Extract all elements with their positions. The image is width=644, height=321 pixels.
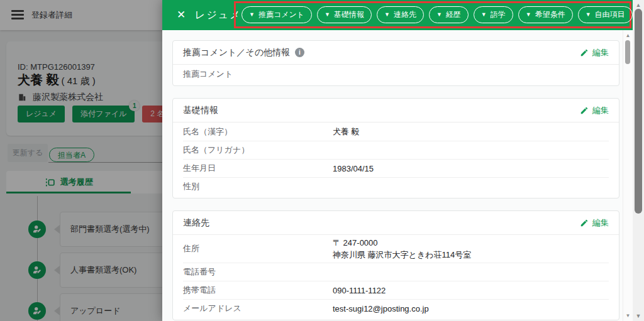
nav-button-free-items[interactable]: ▼自由項目: [578, 6, 633, 23]
edit-pencil-icon: [580, 48, 589, 57]
section-title-wrap: 連絡先: [183, 217, 209, 229]
section-row: 氏名（漢字）犬養 毅: [183, 122, 609, 141]
annotation-highlight-box: ▼推薦コメント▼基礎情報▼連絡先▼経歴▼語学▼希望条件▼自由項目▼その他: [234, 1, 631, 28]
resume-modal: ✕ レジュメ ▼推薦コメント▼基礎情報▼連絡先▼経歴▼語学▼希望条件▼自由項目▼…: [162, 0, 633, 321]
section-title-wrap: 基礎情報: [183, 105, 218, 116]
section-row: 推薦コメント: [183, 65, 609, 83]
window-scrollbar-thumb[interactable]: [635, 9, 642, 214]
nav-button-language[interactable]: ▼語学: [474, 6, 513, 23]
modal-scrollbar-thumb[interactable]: [625, 40, 630, 64]
chevron-down-icon: ▼: [384, 12, 390, 18]
section-title: 連絡先: [183, 217, 209, 229]
section-header: 連絡先編集: [173, 211, 619, 235]
close-icon[interactable]: ✕: [174, 0, 189, 30]
field-value-line: test-sugi12@jposting.co.jp: [333, 303, 429, 315]
section-row: メールアドレスtest-sugi12@jposting.co.jp: [183, 299, 609, 317]
edit-label: 編集: [592, 105, 609, 116]
modal-scroll-up-icon[interactable]: ▲: [623, 33, 633, 38]
section-row: 住所〒 247-0000神奈川県 藤沢市大字ときわ荘114号室: [183, 235, 609, 263]
field-value: test-sugi12@jposting.co.jp: [333, 303, 429, 315]
edit-button-basic-info[interactable]: 編集: [580, 105, 609, 116]
edit-pencil-icon: [580, 106, 589, 115]
window-scroll-down-icon[interactable]: ▼: [633, 313, 644, 319]
section-header: 推薦コメント／その他情報i編集: [173, 41, 619, 65]
nav-button-label: 希望条件: [535, 9, 565, 20]
edit-label: 編集: [592, 47, 609, 58]
resume-sections: 推薦コメント／その他情報i編集推薦コメント基礎情報編集氏名（漢字）犬養 毅氏名（…: [172, 40, 623, 320]
field-label: 氏名（フリガナ）: [183, 144, 333, 156]
field-value-line: 神奈川県 藤沢市大字ときわ荘114号室: [333, 249, 471, 261]
section-rows: 推薦コメント: [173, 65, 619, 85]
modal-scrollbar[interactable]: ▲ ▼: [623, 30, 633, 321]
window-scroll-up-icon[interactable]: ▲: [633, 2, 644, 8]
edit-label: 編集: [592, 217, 609, 229]
nav-button-career[interactable]: ▼経歴: [429, 6, 469, 23]
field-value: 〒 247-0000神奈川県 藤沢市大字ときわ荘114号室: [333, 237, 471, 261]
section-row: 携帯電話090-1111-1122: [183, 281, 609, 299]
chevron-down-icon: ▼: [325, 12, 330, 18]
section-row: 性別: [183, 177, 609, 195]
edit-button-recommend-comment-other-info[interactable]: 編集: [580, 47, 609, 58]
section-row: 生年月日1983/04/15: [183, 159, 609, 177]
chevron-down-icon: ▼: [249, 12, 255, 18]
section-title-wrap: 推薦コメント／その他情報i: [183, 47, 304, 58]
resume-modal-body: 推薦コメント／その他情報i編集推薦コメント基礎情報編集氏名（漢字）犬養 毅氏名（…: [162, 30, 623, 321]
field-value-line: 090-1111-1122: [333, 285, 386, 297]
edit-button-contact[interactable]: 編集: [580, 217, 609, 229]
section-header: 基礎情報編集: [173, 99, 619, 122]
section-row: 電話番号: [183, 263, 609, 281]
chevron-down-icon: ▼: [436, 12, 442, 18]
field-label: 電話番号: [183, 266, 333, 278]
field-label: 住所: [183, 243, 333, 254]
field-label: 推薦コメント: [183, 68, 333, 80]
nav-button-label: 推薦コメント: [258, 9, 304, 20]
nav-button-label: 自由項目: [595, 9, 625, 20]
modal-scroll-down-icon[interactable]: ▼: [623, 313, 633, 318]
section-card-contact: 連絡先編集住所〒 247-0000神奈川県 藤沢市大字ときわ荘114号室電話番号…: [172, 210, 619, 320]
edit-pencil-icon: [580, 219, 589, 227]
nav-button-basic-info[interactable]: ▼基礎情報: [317, 6, 372, 23]
resume-modal-header: ✕ レジュメ ▼推薦コメント▼基礎情報▼連絡先▼経歴▼語学▼希望条件▼自由項目▼…: [162, 0, 633, 30]
field-label: 性別: [183, 181, 333, 192]
info-icon[interactable]: i: [295, 48, 304, 57]
window-scrollbar[interactable]: ▲ ▼: [633, 0, 644, 321]
section-row: 氏名（フリガナ）: [183, 141, 609, 159]
field-value-line: 〒 247-0000: [333, 237, 471, 249]
chevron-down-icon: ▼: [481, 12, 487, 18]
field-label: 氏名（漢字）: [183, 126, 333, 138]
field-value: 090-1111-1122: [333, 285, 386, 297]
nav-button-label: 語学: [491, 9, 506, 20]
nav-button-preferred-conditions[interactable]: ▼希望条件: [518, 6, 573, 23]
section-card-recommend-comment-other-info: 推薦コメント／その他情報i編集推薦コメント: [172, 40, 619, 86]
field-value: 1983/04/15: [333, 163, 374, 175]
nav-button-label: 経歴: [446, 9, 461, 20]
section-rows: 氏名（漢字）犬養 毅氏名（フリガナ）生年月日1983/04/15性別: [173, 122, 619, 198]
field-value-line: 犬養 毅: [333, 126, 360, 138]
nav-button-contact[interactable]: ▼連絡先: [377, 6, 424, 23]
field-value-line: 1983/04/15: [333, 163, 374, 175]
section-rows: 住所〒 247-0000神奈川県 藤沢市大字ときわ荘114号室電話番号携帯電話0…: [173, 235, 619, 320]
nav-button-label: 連絡先: [394, 9, 416, 20]
section-title: 推薦コメント／その他情報: [183, 47, 290, 58]
nav-button-label: 基礎情報: [334, 9, 364, 20]
resume-nav-buttons: ▼推薦コメント▼基礎情報▼連絡先▼経歴▼語学▼希望条件▼自由項目▼その他: [242, 6, 644, 23]
field-label: メールアドレス: [183, 303, 333, 314]
section-title: 基礎情報: [183, 105, 218, 116]
nav-button-recommend-comment[interactable]: ▼推薦コメント: [242, 6, 312, 23]
section-card-basic-info: 基礎情報編集氏名（漢字）犬養 毅氏名（フリガナ）生年月日1983/04/15性別: [172, 98, 619, 199]
field-label: 携帯電話: [183, 285, 333, 296]
chevron-down-icon: ▼: [586, 12, 591, 18]
field-label: 生年月日: [183, 163, 333, 174]
chevron-down-icon: ▼: [526, 12, 531, 18]
field-value: 犬養 毅: [333, 126, 360, 138]
